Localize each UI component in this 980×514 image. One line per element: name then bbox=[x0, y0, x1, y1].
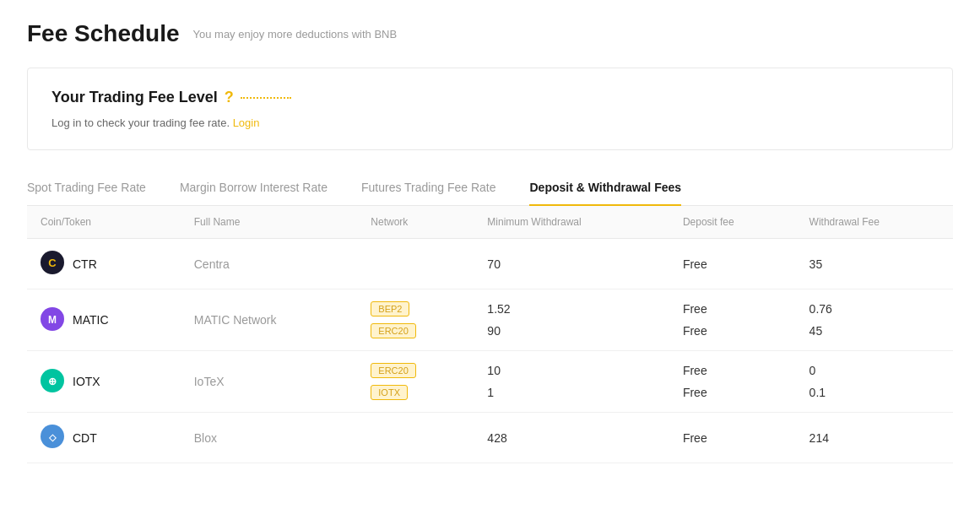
tab-deposit[interactable]: Deposit & Withdrawal Fees bbox=[529, 174, 681, 206]
underline-decoration bbox=[241, 97, 291, 99]
network-cell: ERC20 bbox=[357, 320, 474, 351]
tab-futures[interactable]: Futures Trading Fee Rate bbox=[361, 174, 496, 206]
coin-cell: ⊕ IOTX bbox=[27, 351, 181, 413]
coin-symbol: MATIC bbox=[73, 313, 109, 327]
full-name-cell: Blox bbox=[181, 413, 358, 463]
deposit-fee-cell: Free bbox=[669, 320, 796, 351]
table-row: ◇ CDT Blox 428 Free 214 bbox=[27, 413, 953, 463]
withdrawal-fee-cell: 45 bbox=[796, 320, 953, 351]
table-header-row: Coin/Token Full Name Network Minimum Wit… bbox=[27, 206, 953, 239]
svg-text:◇: ◇ bbox=[48, 432, 57, 442]
network-cell bbox=[357, 413, 474, 463]
network-badge: ERC20 bbox=[371, 363, 415, 378]
coin-symbol: IOTX bbox=[73, 375, 100, 388]
trading-fee-card: Your Trading Fee Level ? Log in to check… bbox=[27, 68, 953, 150]
tabs-row: Spot Trading Fee Rate Margin Borrow Inte… bbox=[27, 174, 953, 206]
network-badge: ERC20 bbox=[371, 323, 415, 338]
min-withdrawal-cell: 70 bbox=[474, 239, 669, 289]
min-withdrawal-cell: 90 bbox=[474, 320, 669, 351]
coin-icon-iotx: ⊕ bbox=[41, 369, 64, 395]
svg-text:M: M bbox=[48, 314, 57, 326]
coin-cell: M MATIC bbox=[27, 289, 181, 351]
question-icon[interactable]: ? bbox=[225, 89, 234, 106]
network-badge: IOTX bbox=[371, 385, 408, 400]
withdrawal-fee-cell: 0 bbox=[796, 351, 953, 382]
table-container: Coin/Token Full Name Network Minimum Wit… bbox=[27, 206, 953, 463]
coin-icon-ctr: C bbox=[41, 251, 64, 277]
col-network: Network bbox=[357, 206, 474, 239]
min-withdrawal-cell: 428 bbox=[474, 413, 669, 463]
table-row: ⊕ IOTX IoTeX ERC20 10 Free 0 bbox=[27, 351, 953, 382]
table-header: Coin/Token Full Name Network Minimum Wit… bbox=[27, 206, 953, 239]
withdrawal-fee-cell: 0.76 bbox=[796, 289, 953, 321]
withdrawal-fee-cell: 0.1 bbox=[796, 381, 953, 413]
deposit-fee-cell: Free bbox=[669, 239, 796, 289]
full-name-cell: MATIC Network bbox=[181, 289, 358, 351]
col-coin: Coin/Token bbox=[27, 206, 181, 239]
svg-text:C: C bbox=[48, 257, 57, 269]
min-withdrawal-cell: 1 bbox=[474, 381, 669, 413]
tab-spot[interactable]: Spot Trading Fee Rate bbox=[27, 174, 146, 206]
table-row: M MATIC MATIC Network BEP2 1.52 Free 0.7… bbox=[27, 289, 953, 321]
coin-symbol: CDT bbox=[73, 431, 97, 445]
full-name-cell: IoTeX bbox=[181, 351, 358, 413]
deposit-fee-cell: Free bbox=[669, 351, 796, 382]
withdrawal-fee-cell: 214 bbox=[796, 413, 953, 463]
fee-table: Coin/Token Full Name Network Minimum Wit… bbox=[27, 206, 953, 463]
network-badge: BEP2 bbox=[371, 301, 409, 317]
page-container: Fee Schedule You may enjoy more deductio… bbox=[0, 0, 980, 484]
coin-icon-matic: M bbox=[41, 307, 64, 333]
network-cell: BEP2 bbox=[357, 289, 474, 321]
table-row: C CTR Centra 70 Free 35 bbox=[27, 239, 953, 289]
min-withdrawal-cell: 10 bbox=[474, 351, 669, 382]
login-link[interactable]: Login bbox=[233, 116, 260, 129]
deposit-fee-cell: Free bbox=[669, 381, 796, 413]
login-prompt-text: Log in to check your trading fee rate. bbox=[51, 116, 230, 129]
coin-cell: ◇ CDT bbox=[27, 413, 181, 463]
deposit-fee-cell: Free bbox=[669, 289, 796, 321]
col-min-withdrawal: Minimum Withdrawal bbox=[474, 206, 669, 239]
table-body: C CTR Centra 70 Free 35 M MATIC bbox=[27, 239, 953, 463]
deposit-fee-cell: Free bbox=[669, 413, 796, 463]
coin-icon-cdt: ◇ bbox=[41, 425, 64, 451]
col-deposit-fee: Deposit fee bbox=[669, 206, 796, 239]
coin-symbol: CTR bbox=[73, 257, 97, 271]
trading-fee-title-row: Your Trading Fee Level ? bbox=[51, 89, 929, 106]
coin-cell: C CTR bbox=[27, 239, 181, 289]
page-title: Fee Schedule bbox=[27, 20, 180, 47]
network-cell bbox=[357, 239, 474, 289]
withdrawal-fee-cell: 35 bbox=[796, 239, 953, 289]
tab-margin[interactable]: Margin Borrow Interest Rate bbox=[180, 174, 328, 206]
col-withdrawal-fee: Withdrawal Fee bbox=[796, 206, 953, 239]
trading-fee-card-title: Your Trading Fee Level bbox=[51, 89, 218, 106]
min-withdrawal-cell: 1.52 bbox=[474, 289, 669, 321]
network-cell: IOTX bbox=[357, 381, 474, 413]
network-cell: ERC20 bbox=[357, 351, 474, 382]
svg-text:⊕: ⊕ bbox=[48, 376, 57, 387]
page-header: Fee Schedule You may enjoy more deductio… bbox=[27, 20, 953, 47]
full-name-cell: Centra bbox=[181, 239, 358, 289]
login-prompt: Log in to check your trading fee rate. L… bbox=[51, 116, 929, 129]
header-subtitle: You may enjoy more deductions with BNB bbox=[193, 28, 398, 41]
col-fullname: Full Name bbox=[181, 206, 358, 239]
